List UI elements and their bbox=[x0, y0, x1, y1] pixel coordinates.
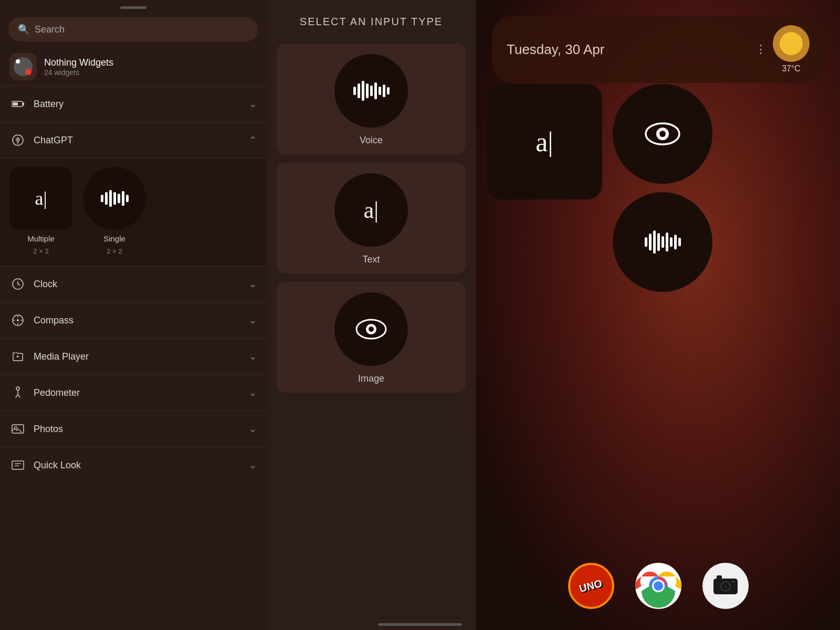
clock-icon bbox=[9, 276, 26, 292]
dock-chrome[interactable] bbox=[635, 563, 681, 609]
compass-chevron: ⌄ bbox=[249, 314, 257, 326]
media-label: Media Player bbox=[34, 351, 249, 362]
home-widgets: a| bbox=[487, 84, 830, 292]
left-panel: 🔍 Search Nothing Widgets 24 widgets Batt… bbox=[0, 0, 266, 630]
middle-panel: SELECT AN INPUT TYPE Voice a| Text bbox=[266, 0, 476, 630]
compass-icon bbox=[9, 312, 26, 329]
category-chatgpt[interactable]: ChatGPT ⌃ bbox=[0, 122, 266, 158]
category-compass[interactable]: Compass ⌄ bbox=[0, 302, 266, 338]
svg-line-7 bbox=[18, 284, 20, 285]
weather-more-icon[interactable]: ⋮ bbox=[755, 43, 766, 56]
search-bar[interactable]: 🔍 Search bbox=[8, 17, 258, 41]
app-info: Nothing Widgets 24 widgets bbox=[44, 57, 257, 77]
chatgpt-label: ChatGPT bbox=[34, 135, 249, 146]
widget-single-label: Single bbox=[103, 234, 125, 243]
widget-multiple-preview: a| bbox=[9, 167, 72, 230]
weather-date: Tuesday, 30 Apr bbox=[507, 41, 749, 58]
category-battery[interactable]: Battery ⌄ bbox=[0, 86, 266, 122]
category-photos[interactable]: Photos ⌄ bbox=[0, 411, 266, 447]
input-type-text[interactable]: a| Text bbox=[277, 163, 466, 274]
weather-sun-circle bbox=[773, 25, 810, 62]
dock-uno[interactable]: UNO bbox=[568, 563, 614, 609]
right-panel: Tuesday, 30 Apr ⋮ 37°C a| bbox=[476, 0, 840, 630]
chatgpt-chevron: ⌃ bbox=[249, 134, 257, 146]
pedometer-chevron: ⌄ bbox=[249, 387, 257, 398]
weather-info: 37°C bbox=[773, 25, 810, 74]
svg-point-31 bbox=[732, 581, 734, 583]
quicklook-icon bbox=[9, 457, 26, 474]
battery-icon bbox=[9, 96, 26, 112]
drag-handle[interactable] bbox=[120, 6, 146, 9]
chatgpt-home-text: a| bbox=[536, 127, 553, 158]
svg-point-10 bbox=[16, 387, 19, 390]
dock: UNO bbox=[476, 563, 840, 609]
input-type-voice[interactable]: Voice bbox=[277, 44, 466, 154]
category-clock[interactable]: Clock ⌄ bbox=[0, 266, 266, 302]
nothing-dot-white bbox=[16, 59, 20, 64]
text-label: Text bbox=[362, 254, 380, 265]
compass-label: Compass bbox=[34, 315, 249, 326]
widget-grid: a| Multiple 2 × 2 bbox=[9, 167, 257, 255]
battery-chevron: ⌄ bbox=[249, 98, 257, 110]
app-subtitle: 24 widgets bbox=[44, 68, 257, 77]
voice-label: Voice bbox=[360, 135, 383, 146]
svg-point-18 bbox=[369, 327, 374, 332]
voice-home-widget[interactable] bbox=[613, 192, 712, 292]
app-icon bbox=[9, 53, 37, 80]
voice-bars-home bbox=[645, 230, 681, 254]
quicklook-label: Quick Look bbox=[34, 460, 249, 471]
text-circle: a| bbox=[334, 173, 408, 247]
category-quicklook[interactable]: Quick Look ⌄ bbox=[0, 447, 266, 483]
image-label: Image bbox=[358, 373, 384, 384]
media-chevron: ⌄ bbox=[249, 351, 257, 362]
input-type-image[interactable]: Image bbox=[277, 282, 466, 393]
category-media[interactable]: Media Player ⌄ bbox=[0, 338, 266, 374]
photos-chevron: ⌄ bbox=[249, 423, 257, 435]
widget-multiple[interactable]: a| Multiple 2 × 2 bbox=[9, 167, 72, 255]
svg-point-9 bbox=[17, 319, 19, 321]
right-home-widgets bbox=[613, 84, 712, 292]
eye-home-widget[interactable] bbox=[613, 84, 712, 184]
chatgpt-home-widget[interactable]: a| bbox=[487, 84, 602, 200]
svg-point-21 bbox=[659, 131, 666, 137]
svg-rect-30 bbox=[717, 575, 722, 579]
clock-label: Clock bbox=[34, 279, 249, 290]
pedometer-label: Pedometer bbox=[34, 387, 249, 398]
search-label: Search bbox=[35, 24, 65, 35]
chrome-icon bbox=[635, 563, 681, 609]
weather-sun-icon bbox=[780, 32, 803, 55]
nothing-dot-red bbox=[25, 69, 32, 75]
category-pedometer[interactable]: Pedometer ⌄ bbox=[0, 374, 266, 411]
widget-multiple-label: Multiple bbox=[27, 234, 55, 243]
search-icon: 🔍 bbox=[18, 24, 29, 35]
voice-circle bbox=[334, 54, 408, 128]
uno-text: UNO bbox=[578, 577, 604, 595]
text-cursor-mid: a| bbox=[364, 197, 379, 224]
eye-icon-mid bbox=[355, 316, 387, 342]
app-icon-inner bbox=[14, 57, 33, 76]
photos-icon bbox=[9, 421, 26, 437]
widget-single[interactable]: Single 2 × 2 bbox=[83, 167, 146, 255]
photos-label: Photos bbox=[34, 424, 249, 435]
widget-multiple-size: 2 × 2 bbox=[33, 247, 48, 255]
battery-label: Battery bbox=[34, 99, 249, 110]
weather-temp: 37°C bbox=[782, 64, 801, 74]
nothing-cam-icon bbox=[712, 574, 739, 597]
app-header: Nothing Widgets 24 widgets bbox=[0, 48, 266, 86]
image-circle bbox=[334, 292, 408, 366]
svg-point-29 bbox=[723, 584, 728, 589]
select-title: SELECT AN INPUT TYPE bbox=[300, 16, 443, 28]
chatgpt-expanded: a| Multiple 2 × 2 bbox=[0, 158, 266, 266]
eye-icon-home bbox=[644, 119, 681, 149]
widget-single-preview bbox=[83, 167, 146, 230]
app-name: Nothing Widgets bbox=[44, 57, 257, 68]
voice-bars-preview bbox=[101, 190, 129, 207]
clock-chevron: ⌄ bbox=[249, 278, 257, 290]
text-cursor-icon: a| bbox=[35, 187, 47, 209]
chatgpt-icon bbox=[9, 132, 26, 149]
svg-rect-1 bbox=[23, 102, 24, 106]
pedometer-icon bbox=[9, 384, 26, 401]
svg-point-25 bbox=[654, 581, 663, 591]
svg-rect-2 bbox=[13, 102, 18, 106]
dock-nothing-cam[interactable] bbox=[702, 563, 749, 609]
